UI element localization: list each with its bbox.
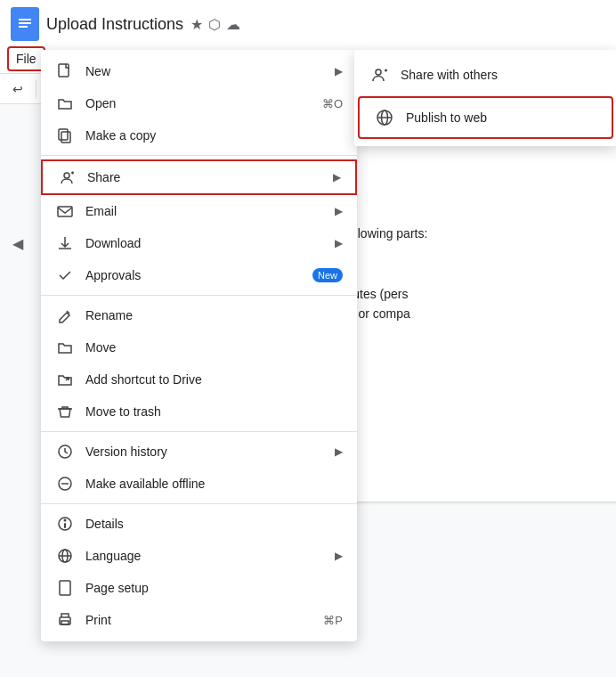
- open-icon: [55, 94, 75, 113]
- trash-icon: [55, 402, 75, 421]
- menu-item-open[interactable]: Open ⌘O: [41, 87, 357, 119]
- new-label: New: [85, 64, 331, 78]
- svg-rect-21: [60, 581, 70, 595]
- share-arrow: ▶: [333, 171, 341, 184]
- download-arrow: ▶: [335, 237, 343, 249]
- share-icon: [57, 167, 77, 187]
- open-shortcut: ⌘O: [322, 97, 343, 110]
- divider-3: [41, 431, 357, 432]
- menu-item-page-setup[interactable]: Page setup: [41, 572, 357, 604]
- svg-rect-16: [64, 523, 66, 528]
- publish-to-web-label: Publish to web: [406, 110, 487, 125]
- share-label: Share: [87, 170, 329, 184]
- menu-item-version-history[interactable]: Version history ▶: [41, 436, 357, 468]
- doc-title-row: Upload Instructions ★ ⬡ ☁: [46, 15, 605, 34]
- menu-item-offline[interactable]: Make available offline: [41, 468, 357, 500]
- sidebar-collapse-icon[interactable]: ◀: [4, 229, 32, 257]
- share-with-others-icon: [369, 64, 390, 86]
- shortcut-label: Add shortcut to Drive: [85, 372, 343, 387]
- menu-item-move[interactable]: Move: [41, 331, 357, 363]
- move-icon: [55, 338, 75, 357]
- make-copy-label: Make a copy: [85, 128, 343, 143]
- print-label: Print: [85, 613, 323, 627]
- menu-item-trash[interactable]: Move to trash: [41, 396, 357, 428]
- offline-label: Make available offline: [85, 477, 343, 491]
- trash-label: Move to trash: [85, 404, 343, 419]
- details-label: Details: [85, 517, 343, 531]
- folder-icon[interactable]: ⬡: [208, 16, 221, 33]
- language-icon: [55, 546, 75, 566]
- divider-2: [41, 295, 357, 296]
- share-with-others-label: Share with others: [401, 68, 498, 82]
- download-label: Download: [85, 236, 331, 250]
- menu-item-print[interactable]: Print ⌘P: [41, 604, 357, 636]
- details-icon: [55, 514, 75, 534]
- share-with-others[interactable]: Share with others: [354, 55, 616, 94]
- menu-item-shortcut[interactable]: Add shortcut to Drive: [41, 363, 357, 396]
- star-icon[interactable]: ★: [190, 16, 203, 33]
- menu-item-new[interactable]: New ▶: [41, 55, 357, 87]
- file-dropdown: New ▶ Open ⌘O Make a copy Share ▶ Email …: [41, 50, 357, 641]
- rename-icon: [55, 306, 75, 325]
- svg-rect-23: [61, 621, 69, 624]
- menu-item-email[interactable]: Email ▶: [41, 195, 357, 227]
- svg-rect-9: [59, 129, 68, 140]
- version-history-arrow: ▶: [335, 445, 343, 458]
- print-shortcut: ⌘P: [323, 614, 343, 627]
- move-label: Move: [85, 340, 343, 355]
- document-title[interactable]: Upload Instructions: [46, 15, 183, 34]
- cloud-icon[interactable]: ☁: [226, 16, 240, 33]
- language-arrow: ▶: [335, 550, 343, 562]
- publish-to-web[interactable]: Publish to web: [358, 96, 613, 139]
- title-section: Upload Instructions ★ ⬡ ☁: [46, 15, 605, 34]
- menu-item-download[interactable]: Download ▶: [41, 227, 357, 259]
- email-icon: [55, 201, 75, 221]
- title-bar: Upload Instructions ★ ⬡ ☁: [0, 0, 616, 45]
- copy-icon: [55, 126, 75, 145]
- menu-item-make-copy[interactable]: Make a copy: [41, 119, 357, 151]
- left-sidebar: ◀: [0, 220, 36, 665]
- approvals-label: Approvals: [85, 268, 312, 282]
- email-label: Email: [85, 204, 331, 218]
- menu-item-rename[interactable]: Rename: [41, 299, 357, 331]
- svg-rect-2: [19, 22, 31, 24]
- approvals-badge: New: [312, 268, 343, 282]
- divider-1: [41, 155, 357, 156]
- shortcut-icon: [55, 370, 75, 389]
- language-label: Language: [85, 549, 331, 563]
- menu-file[interactable]: File: [7, 46, 45, 71]
- menu-item-approvals[interactable]: Approvals New: [41, 259, 357, 291]
- page-setup-icon: [55, 578, 75, 598]
- publish-icon: [374, 107, 395, 128]
- svg-point-24: [376, 69, 381, 75]
- divider-4: [41, 503, 357, 504]
- version-history-label: Version history: [85, 445, 331, 459]
- menu-item-language[interactable]: Language ▶: [41, 540, 357, 572]
- doc-icon: [11, 7, 39, 41]
- svg-point-10: [64, 173, 69, 178]
- new-arrow: ▶: [335, 65, 343, 77]
- undo-button[interactable]: ↩: [7, 78, 28, 100]
- svg-rect-7: [59, 64, 69, 77]
- svg-rect-3: [19, 26, 28, 28]
- rename-label: Rename: [85, 308, 343, 322]
- svg-rect-11: [58, 207, 72, 216]
- new-icon: [55, 61, 75, 81]
- open-label: Open: [85, 96, 322, 110]
- history-icon: [55, 442, 75, 461]
- print-icon: [55, 610, 75, 630]
- svg-rect-8: [61, 132, 70, 143]
- title-icons: ★ ⬡ ☁: [190, 16, 240, 33]
- download-icon: [55, 233, 75, 253]
- menu-item-share[interactable]: Share ▶: [41, 159, 357, 195]
- svg-rect-1: [19, 19, 31, 20]
- page-setup-label: Page setup: [85, 581, 343, 595]
- offline-icon: [55, 474, 75, 493]
- svg-point-15: [64, 519, 67, 522]
- share-submenu: Share with others Publish to web: [354, 50, 616, 146]
- approvals-icon: [55, 265, 75, 285]
- email-arrow: ▶: [335, 205, 343, 217]
- menu-item-details[interactable]: Details: [41, 508, 357, 540]
